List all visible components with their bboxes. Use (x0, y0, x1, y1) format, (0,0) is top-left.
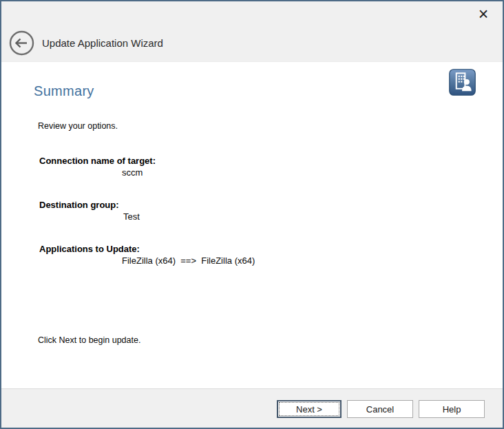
back-button[interactable] (9, 30, 34, 56)
back-arrow-icon (9, 30, 34, 56)
connection-name-value: sccm (122, 167, 143, 178)
wizard-header: × Update Application Wizard (1, 1, 503, 62)
cancel-button[interactable]: Cancel (347, 400, 413, 418)
destination-group-value: Test (123, 211, 140, 222)
destination-group-label: Destination group: (39, 200, 119, 210)
wizard-window: × Update Application Wizard Summary (0, 0, 504, 429)
summary-page: Summary Review your options. C (1, 62, 503, 388)
wizard-footer: Next > Cancel Help (1, 388, 503, 428)
connection-name-label: Connection name of target: (39, 156, 156, 166)
applications-to-update-label: Applications to Update: (39, 244, 140, 254)
intro-text: Review your options. (38, 121, 118, 131)
close-icon[interactable]: × (474, 4, 493, 23)
page-title: Summary (34, 83, 94, 99)
applications-to-update-value: FileZilla (x64) ==> FileZilla (x64) (122, 255, 255, 266)
application-with-user-icon (449, 69, 476, 96)
next-hint-text: Click Next to begin update. (38, 335, 140, 345)
wizard-title: Update Application Wizard (42, 37, 163, 49)
next-button[interactable]: Next > (277, 400, 342, 418)
header-row: Update Application Wizard (9, 30, 163, 56)
help-button[interactable]: Help (419, 400, 485, 418)
